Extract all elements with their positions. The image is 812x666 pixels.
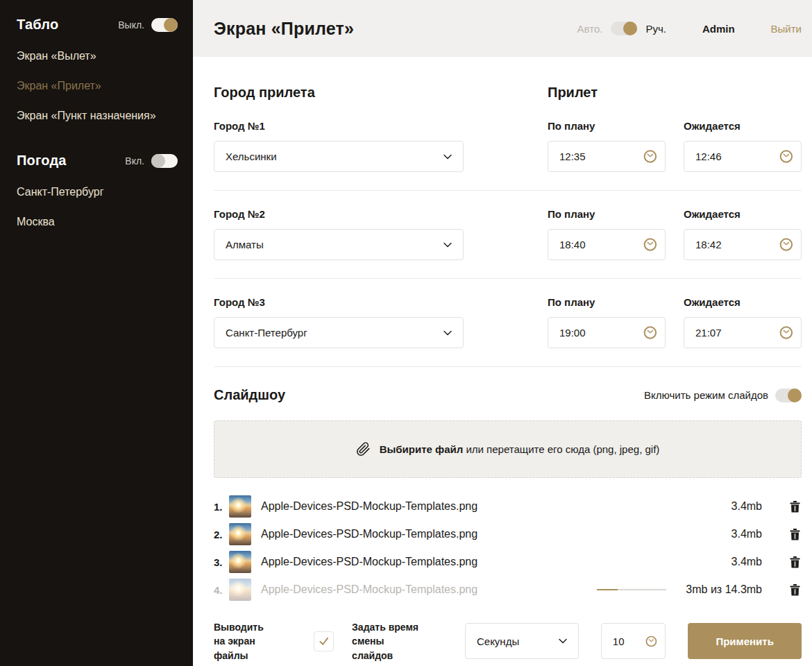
expected-1-input[interactable] <box>694 150 779 163</box>
slide-interval-label-line2: слайдов <box>352 650 393 661</box>
expected-3-input[interactable] <box>694 326 779 339</box>
delete-file-button[interactable] <box>790 500 802 513</box>
chevron-down-icon <box>559 638 567 644</box>
sidebar: Табло Выкл. Экран «Вылет» Экран «Прилет»… <box>0 0 193 666</box>
upload-hint-text: или перетащите его сюда (png, jpeg, gif) <box>466 443 659 455</box>
clock-icon <box>645 633 657 649</box>
display-files-label-line1: Выводить <box>214 622 264 633</box>
weather-toggle-label: Вкл. <box>125 155 144 166</box>
trash-icon <box>790 556 800 568</box>
slide-interval-label-line1: Задать время смены <box>352 622 418 647</box>
plan-1-input[interactable] <box>558 150 643 163</box>
tablo-toggle-label: Выкл. <box>118 19 144 31</box>
interval-unit-value: Секунды <box>477 635 519 647</box>
interval-unit-select[interactable]: Секунды <box>465 623 579 659</box>
arrival-row-1: Город №1 Хельсинки По плану Ожидается <box>214 120 802 191</box>
file-name: Apple-Devices-PSD-Mockup-Templates.png <box>261 583 477 596</box>
file-number: 3. <box>214 556 229 568</box>
tablo-toggle[interactable] <box>151 18 178 32</box>
clock-icon <box>643 237 657 253</box>
arrival-row-2: Город №2 Алматы По плану Ожидается <box>214 208 802 279</box>
clock-icon <box>779 237 793 253</box>
file-name: Apple-Devices-PSD-Mockup-Templates.png <box>261 500 477 513</box>
slideshow-toggle-knob <box>788 388 802 402</box>
file-name: Apple-Devices-PSD-Mockup-Templates.png <box>261 528 477 540</box>
delete-file-button[interactable] <box>790 556 802 568</box>
plan-2-input[interactable] <box>558 238 643 251</box>
file-row-1: 1. Apple-Devices-PSD-Mockup-Templates.pn… <box>214 495 802 518</box>
tablo-toggle-knob <box>164 18 178 32</box>
upload-progress-fill <box>597 589 618 590</box>
weather-toggle[interactable] <box>151 154 178 168</box>
file-size: 3.4mb <box>731 528 762 540</box>
checkmark-icon <box>318 635 330 647</box>
mode-auto-label: Авто. <box>577 23 603 35</box>
clock-icon <box>643 148 657 164</box>
sidebar-item-moscow[interactable]: Москва <box>17 216 178 228</box>
clock-icon <box>779 325 793 341</box>
file-number: 2. <box>214 529 229 540</box>
file-upload-dropzone[interactable]: Выбирите файл или перетащите его сюда (p… <box>214 420 802 478</box>
sidebar-title-tablo: Табло <box>17 17 58 33</box>
city-3-select[interactable]: Санкт-Петербург <box>214 317 464 348</box>
apply-button[interactable]: Применить <box>688 623 802 659</box>
delete-file-button[interactable] <box>790 528 802 540</box>
sidebar-item-saint-petersburg[interactable]: Санкт-Петербург <box>17 186 178 198</box>
page-header: Экран «Прилет» Авто. Руч. Admin Выйти <box>193 0 812 57</box>
file-row-2: 2. Apple-Devices-PSD-Mockup-Templates.pn… <box>214 523 802 545</box>
sidebar-title-weather: Погода <box>17 153 67 169</box>
expected-3-label: Ожидается <box>684 296 802 308</box>
display-files-checkbox[interactable] <box>314 631 334 651</box>
expected-1-label: Ожидается <box>684 120 802 132</box>
user-menu[interactable]: Admin <box>702 23 735 35</box>
arrival-city-heading: Город прилета <box>214 85 315 101</box>
city-3-label: Город №3 <box>214 296 464 308</box>
arrival-row-3: Город №3 Санкт-Петербург По плану Ожидае… <box>214 296 802 367</box>
file-number: 4. <box>214 584 229 596</box>
expected-2-label: Ожидается <box>684 208 802 220</box>
file-thumbnail <box>229 523 251 545</box>
sidebar-item-arrival-screen[interactable]: Экран «Прилет» <box>17 80 178 92</box>
city-2-select[interactable]: Алматы <box>214 229 464 260</box>
plan-3-input[interactable] <box>558 326 643 339</box>
slideshow-footer: Выводить на экран файлы Задать время сме… <box>214 620 802 663</box>
file-size: 3.4mb <box>731 556 762 568</box>
plan-3-label: По плану <box>548 296 666 308</box>
paperclip-icon <box>356 442 371 456</box>
plan-1-label: По плану <box>548 120 666 132</box>
city-1-select[interactable]: Хельсинки <box>214 141 464 172</box>
slideshow-toggle-label: Включить режим слайдов <box>644 389 768 401</box>
slide-interval-label: Задать время смены слайдов <box>352 620 452 663</box>
file-thumbnail <box>229 579 251 601</box>
expected-2-input[interactable] <box>694 238 779 251</box>
main-area: Экран «Прилет» Авто. Руч. Admin Выйти Го… <box>193 0 812 666</box>
interval-value-input[interactable] <box>611 635 646 648</box>
city-1-label: Город №1 <box>214 120 464 132</box>
arrival-heading: Прилет <box>548 85 802 101</box>
logout-link[interactable]: Выйти <box>771 23 802 35</box>
city-1-value: Хельсинки <box>226 151 277 162</box>
upload-progress-bar <box>597 589 666 590</box>
display-files-label-line2: на экран файлы <box>214 635 255 660</box>
clock-icon <box>643 325 657 341</box>
slideshow-toggle[interactable] <box>775 388 802 402</box>
file-row-3: 3. Apple-Devices-PSD-Mockup-Templates.pn… <box>214 551 802 573</box>
sidebar-section-tablo: Табло Выкл. Экран «Вылет» Экран «Прилет»… <box>17 17 178 122</box>
trash-icon <box>790 529 800 540</box>
cancel-upload-button[interactable] <box>790 583 802 596</box>
page-title: Экран «Прилет» <box>214 19 354 39</box>
sidebar-item-destination-screen[interactable]: Экран «Пункт назначения» <box>17 110 178 122</box>
file-size: 3.4mb <box>731 500 762 513</box>
city-2-label: Город №2 <box>214 208 464 220</box>
mode-toggle-knob <box>623 22 637 35</box>
file-thumbnail <box>229 495 251 518</box>
file-thumbnail <box>229 551 251 573</box>
sidebar-item-departure-screen[interactable]: Экран «Вылет» <box>17 50 178 62</box>
weather-toggle-knob <box>151 154 165 168</box>
mode-manual-label: Руч. <box>645 23 666 35</box>
upload-choose-file-label: Выбирите файл <box>380 443 464 455</box>
mode-toggle[interactable] <box>611 22 637 35</box>
file-upload-status: 3mb из 14.3mb <box>686 583 762 596</box>
city-3-value: Санкт-Петербург <box>226 327 307 339</box>
content: Город прилета Прилет Город №1 Хельсинки … <box>193 57 812 663</box>
